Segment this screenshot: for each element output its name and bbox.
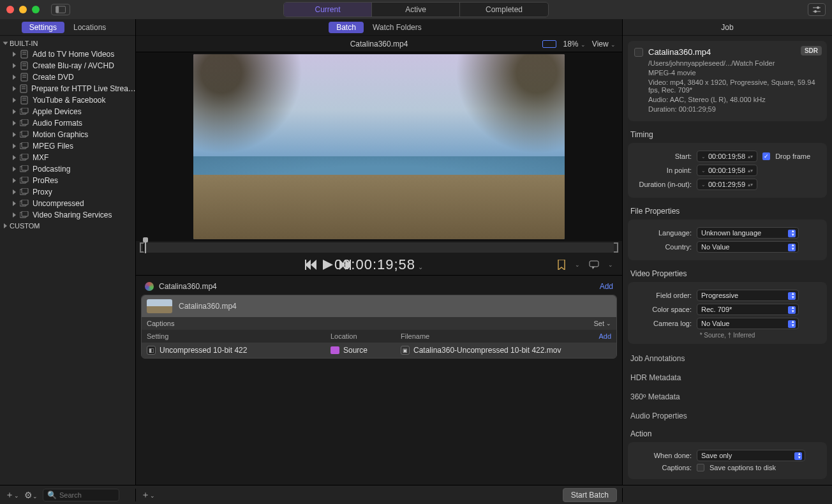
play-button[interactable] [323, 260, 333, 270]
comment-icon[interactable] [589, 260, 599, 269]
label-fieldorder: Field order: [633, 292, 692, 299]
tab-completed[interactable]: Completed [460, 3, 548, 17]
select-colorspace[interactable]: Rec. 709*▴▾ [697, 304, 799, 315]
sidebar-item-6[interactable]: Audio Formats [0, 117, 135, 129]
category-builtin[interactable]: BUILT-IN [0, 38, 135, 48]
sidebar-item-2[interactable]: Create DVD [0, 71, 135, 83]
select-country[interactable]: No Value▴▾ [697, 241, 799, 253]
sidebar-item-4[interactable]: YouTube & Facebook [0, 94, 135, 106]
label-language: Language: [633, 229, 692, 237]
svg-rect-40 [22, 211, 28, 216]
preset-group-icon [20, 188, 29, 196]
document-icon [20, 96, 29, 105]
section-job-annotations[interactable]: Job Annotations [623, 349, 832, 368]
sidebar-item-11[interactable]: ProRes [0, 175, 135, 186]
movie-file-icon: ▣ [401, 346, 410, 355]
section-videoprops: Video Properties [623, 265, 832, 282]
sidebar-item-0[interactable]: Add to TV Home Videos [0, 48, 135, 60]
svg-rect-30 [22, 154, 28, 159]
section-audio-properties[interactable]: Audio Properties [623, 406, 832, 426]
checkbox-save-captions[interactable] [697, 464, 704, 471]
svg-rect-24 [22, 119, 28, 124]
playhead[interactable] [145, 241, 146, 253]
sidebar-item-3[interactable]: Prepare for HTTP Live Strea… [0, 83, 135, 94]
close-window[interactable] [6, 6, 14, 13]
top-status-tabs: Current Active Completed [283, 2, 549, 17]
zoom-window[interactable] [32, 6, 40, 13]
svg-rect-1 [56, 6, 59, 13]
preset-group-icon [20, 165, 29, 174]
checkbox-dropframe[interactable]: ✓ [762, 152, 770, 160]
captions-label: Captions [147, 320, 174, 327]
batch-add-button[interactable]: Add [600, 282, 613, 291]
preview-viewport[interactable] [136, 52, 622, 241]
col-location: Location [331, 332, 401, 340]
sidebar-item-1[interactable]: Create Blu-ray / AVCHD [0, 60, 135, 71]
svg-rect-38 [22, 200, 28, 205]
section-hdr-metadata[interactable]: HDR Metadata [623, 368, 832, 387]
sidebar-item-9[interactable]: MXF [0, 152, 135, 163]
aspect-icon[interactable] [542, 40, 556, 48]
svg-point-5 [814, 10, 817, 13]
add-preset-button[interactable]: ＋⌄ [5, 489, 19, 501]
field-duration-io[interactable]: ⌄00:01:29;59▴▾ [697, 179, 757, 190]
sidebar-item-5[interactable]: Apple Devices [0, 106, 135, 117]
zoom-value[interactable]: 18% ⌄ [563, 40, 585, 48]
tab-settings[interactable]: Settings [22, 22, 64, 33]
preset-group-icon [20, 199, 29, 208]
tab-batch[interactable]: Batch [329, 22, 364, 33]
svg-marker-44 [323, 260, 333, 270]
output-row[interactable]: ◧Uncompressed 10-bit 422 Source ▣Catalin… [142, 343, 616, 358]
tab-current[interactable]: Current [284, 3, 372, 17]
sidebar-item-label: Add to TV Home Videos [33, 50, 114, 59]
field-inpoint[interactable]: ⌄00:00:19;58▴▾ [697, 165, 757, 176]
sidebar-item-label: Audio Formats [33, 119, 82, 128]
label-when-done: When done: [633, 452, 692, 459]
sidebar-item-8[interactable]: MPEG Files [0, 140, 135, 152]
inspector-toggle-button[interactable] [808, 3, 826, 16]
tab-watch-folders[interactable]: Watch Folders [365, 22, 429, 33]
search-box[interactable]: 🔍 [43, 489, 119, 501]
toggle-sidebar-button[interactable] [51, 4, 70, 15]
svg-rect-47 [350, 260, 351, 270]
document-icon [20, 50, 29, 59]
sidebar-item-7[interactable]: Motion Graphics [0, 129, 135, 140]
view-menu[interactable]: View ⌄ [592, 40, 616, 48]
category-custom[interactable]: CUSTOM [0, 221, 135, 231]
preset-group-icon [20, 142, 29, 151]
prev-frame-button[interactable] [305, 260, 316, 270]
document-icon [20, 73, 29, 82]
sidebar-item-label: MXF [33, 153, 48, 162]
select-fieldorder[interactable]: Progressive▴▾ [697, 290, 799, 301]
marker-icon[interactable] [557, 260, 566, 270]
svg-rect-42 [305, 260, 306, 270]
select-when-done[interactable]: Save only▴▾ [697, 450, 805, 461]
tab-locations[interactable]: Locations [66, 22, 114, 33]
gear-menu-button[interactable]: ⚙⌄ [24, 490, 38, 500]
inspector-title: Job [623, 19, 832, 36]
captions-set-button[interactable]: Set⌄ [593, 320, 611, 327]
job-card[interactable]: Catalina360.mp4 Captions Set⌄ Setting Lo… [141, 295, 617, 359]
select-language[interactable]: Unknown language▴▾ [697, 227, 799, 239]
minimize-window[interactable] [19, 6, 27, 13]
tab-active[interactable]: Active [372, 3, 460, 17]
sidebar-item-label: Prepare for HTTP Live Strea… [31, 84, 135, 93]
field-start[interactable]: ⌄00:00:19;58▴▾ [697, 151, 757, 162]
output-add-button[interactable]: Add [598, 332, 611, 340]
section-360-metadata[interactable]: 360º Metadata [623, 387, 832, 406]
select-cameralog[interactable]: No Value▴▾ [697, 318, 799, 329]
sidebar-item-14[interactable]: Video Sharing Services [0, 209, 135, 221]
sidebar-item-10[interactable]: Podcasting [0, 163, 135, 175]
timeline-scrubber[interactable] [140, 242, 618, 253]
sidebar-item-label: Apple Devices [33, 107, 82, 116]
start-batch-button[interactable]: Start Batch [563, 488, 617, 502]
inspector-audio: Audio: AAC, Stereo (L R), 48.000 kHz [648, 96, 821, 103]
label-start: Start: [633, 152, 692, 160]
add-job-button[interactable]: ＋⌄ [141, 489, 155, 501]
search-input[interactable] [59, 491, 110, 499]
next-frame-button[interactable] [339, 260, 351, 270]
col-setting: Setting [147, 332, 331, 340]
sidebar-item-12[interactable]: Proxy [0, 186, 135, 198]
sidebar-item-13[interactable]: Uncompressed [0, 198, 135, 209]
settings-tree: BUILT-IN Add to TV Home VideosCreate Blu… [0, 36, 135, 485]
